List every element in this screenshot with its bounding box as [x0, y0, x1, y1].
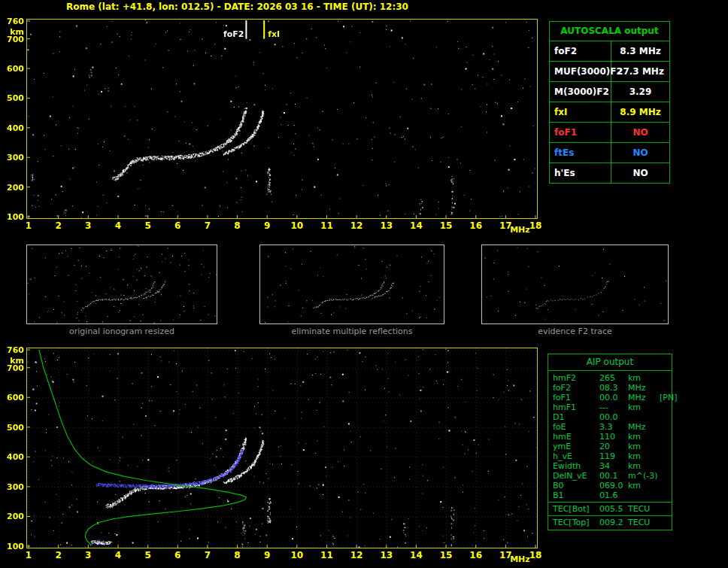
table-row: hmF2265km — [548, 373, 672, 383]
aip-table-separator — [548, 502, 672, 503]
metric-label: foF2 — [553, 383, 599, 393]
x-tick-label: 15 — [437, 550, 455, 560]
metric-flag — [660, 373, 672, 383]
metric-label: foE — [553, 422, 599, 432]
table-row: hmF1---km — [548, 402, 672, 412]
x-tick-label: 11 — [317, 220, 335, 231]
aip-table-rows: hmF2265kmfoF208.3MHzfoF100.0MHz[PN]hmF1-… — [548, 373, 672, 500]
aip-table-header: AIP output — [548, 354, 672, 371]
metric-value: 005.5 — [599, 504, 628, 514]
metric-unit: MHz — [628, 393, 660, 402]
table-row: foE3.3MHz — [548, 422, 672, 432]
thumbnail-canvas-f2trace — [482, 245, 668, 323]
x-axis-unit: MHz — [510, 554, 530, 564]
metric-unit: km — [628, 481, 660, 491]
y-tick-label: 400 — [2, 123, 24, 133]
metric-flag — [660, 461, 672, 471]
x-tick-label: 2 — [50, 220, 68, 231]
x-tick-label: 4 — [109, 550, 127, 560]
table-row: B101.6 — [548, 491, 672, 500]
metric-label: h_vE — [553, 451, 599, 461]
metric-value: 009.2 — [599, 518, 628, 527]
thumbnail-caption: original ionogram resized — [26, 327, 217, 336]
metric-unit: MHz — [628, 383, 660, 393]
metric-value: 119 — [599, 451, 628, 461]
station-header: Rome (lat: +41.8, lon: 012.5) - DATE: 20… — [66, 2, 408, 12]
metric-value: 8.3 MHz — [611, 41, 669, 61]
y-tick-label: 200 — [2, 183, 24, 193]
y-tick-label: 400 — [2, 452, 24, 462]
aip-table: AIP output hmF2265kmfoF208.3MHzfoF100.0M… — [548, 354, 672, 530]
y-axis-unit: km — [2, 27, 24, 37]
metric-label: ymE — [553, 442, 599, 451]
metric-value: 20 — [599, 442, 628, 451]
metric-label: M(3000)F2 — [550, 82, 611, 102]
table-row: B0069.0km — [548, 481, 672, 491]
metric-flag — [660, 491, 672, 500]
y-tick-label: 760 — [2, 345, 24, 355]
metric-unit: km — [628, 432, 660, 442]
metric-unit: km — [628, 402, 660, 412]
metric-flag: [PN] — [660, 393, 677, 402]
ionogram-panel-aip — [26, 348, 538, 548]
table-row: DelN_vE00.1m^(-3) — [548, 471, 672, 481]
metric-value: NO — [611, 123, 669, 142]
metric-label: fxI — [550, 102, 611, 122]
table-row: hmE110km — [548, 432, 672, 442]
metric-label: MUF(3000)F2 — [550, 62, 611, 81]
x-tick-label: 12 — [347, 550, 366, 560]
thumbnail-canvas-original — [27, 245, 217, 323]
table-row: D100.0 — [548, 412, 672, 422]
table-row: foF100.0MHz[PN] — [548, 393, 672, 402]
y-axis-unit: km — [2, 356, 24, 366]
table-row: ymE20km — [548, 442, 672, 451]
ionogram-canvas-top — [27, 20, 537, 218]
metric-value: 27.3 MHz — [611, 62, 669, 81]
x-tick-label: 9 — [258, 220, 276, 231]
x-tick-label: 13 — [378, 550, 396, 560]
metric-label: hmF2 — [553, 373, 599, 383]
metric-label: ftEs — [550, 143, 611, 163]
metric-label: foF2 — [550, 41, 611, 61]
autoscala-table-header: AUTOSCALA output — [550, 22, 669, 41]
metric-value: 00.0 — [599, 393, 628, 402]
table-row: h'EsNO — [550, 163, 669, 183]
x-tick-label: 12 — [347, 220, 366, 231]
x-tick-label: 5 — [139, 220, 157, 231]
metric-flag — [660, 383, 672, 393]
x-tick-label: 1 — [20, 550, 38, 560]
x-tick-label: 16 — [467, 550, 485, 560]
y-tick-label: 600 — [2, 64, 24, 74]
metric-unit: km — [628, 373, 660, 383]
metric-value: --- — [599, 402, 628, 412]
x-tick-label: 11 — [317, 550, 335, 560]
metric-label: Ewidth — [553, 461, 599, 471]
table-row: fxI8.9 MHz — [550, 102, 669, 123]
metric-flag — [660, 471, 672, 481]
x-tick-label: 16 — [467, 220, 485, 231]
x-tick-label: 14 — [407, 220, 425, 231]
thumbnail-original-ionogram — [26, 245, 217, 324]
thumbnail-f2-trace-evidence — [481, 245, 669, 324]
x-tick-label: 6 — [168, 220, 187, 231]
metric-value: 01.6 — [599, 491, 628, 500]
x-tick-label: 3 — [79, 550, 97, 560]
metric-label: DelN_vE — [553, 471, 599, 481]
table-row: M(3000)F23.29 — [550, 82, 669, 102]
table-row: TEC[Top]009.2TECU — [548, 518, 672, 527]
thumbnail-multiple-reflections-removed — [259, 245, 444, 324]
table-row: foF208.3MHz — [548, 383, 672, 393]
x-tick-label: 8 — [229, 550, 247, 560]
table-row: TEC[Bot]005.5TECU — [548, 504, 672, 514]
metric-value: 110 — [599, 432, 628, 442]
metric-value: 08.3 — [599, 383, 628, 393]
x-tick-label: 10 — [288, 220, 306, 231]
metric-label: hmF1 — [553, 402, 599, 412]
metric-value: 8.9 MHz — [611, 102, 669, 122]
metric-label: D1 — [553, 412, 599, 422]
metric-unit: m^(-3) — [628, 471, 660, 481]
ionogram-panel-autoscala: foF2 fxI — [26, 19, 538, 219]
metric-value: 00.0 — [599, 412, 628, 422]
metric-label: B0 — [553, 481, 599, 491]
autoscala-table: AUTOSCALA output foF28.3 MHzMUF(3000)F22… — [549, 21, 670, 184]
